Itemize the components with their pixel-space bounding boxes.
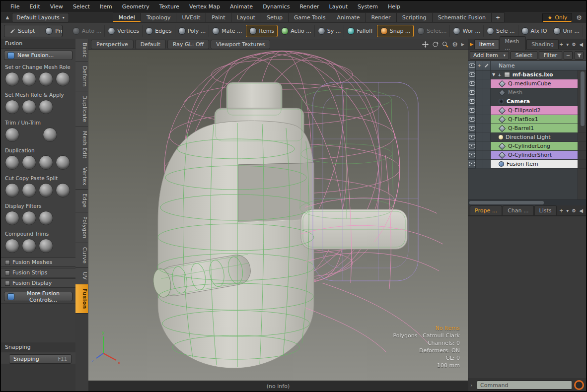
menu-item[interactable]: Item [95, 2, 117, 11]
orbit-icon[interactable] [432, 41, 439, 48]
menu-file[interactable]: File [6, 2, 24, 11]
layout-tab-schematic-fusion[interactable]: Schematic Fusion [432, 12, 491, 22]
display-filter-icon-1[interactable] [5, 211, 19, 225]
visibility-cell[interactable] [468, 142, 476, 151]
menu-geometry[interactable]: Geometry [118, 2, 154, 11]
toolbar-button-auto[interactable]: Auto ... [70, 25, 105, 37]
visibility-cell[interactable] [468, 160, 476, 169]
layout-tab-setup[interactable]: Setup [261, 12, 288, 22]
display-filter-icon-3[interactable] [39, 211, 53, 225]
toolbar-button-unreal[interactable]: Unr ... [550, 25, 583, 37]
toolbar-button-afx-io[interactable]: Afx IO [518, 25, 551, 37]
layout-tab-scripting[interactable]: Scripting [396, 12, 432, 22]
tab-polygon[interactable]: Polygon [75, 212, 88, 243]
tree-row-directional-light[interactable]: Directional Light [468, 133, 586, 142]
tab-uv[interactable]: UV [75, 268, 88, 284]
tab-lists[interactable]: Lists [534, 205, 557, 215]
visibility-cell[interactable] [468, 79, 476, 88]
tree-row-camera[interactable]: Camera [468, 97, 586, 106]
toolbar-button-materials[interactable]: Mate ... [209, 25, 245, 37]
fusion-meshes-section[interactable]: Fusion Meshes [1, 258, 75, 267]
toolbar-button-falloff[interactable]: Falloff [344, 25, 376, 37]
tab-curve[interactable]: Curve [75, 243, 88, 268]
snapping-panel-header[interactable]: Snapping [1, 342, 75, 352]
compound-trim-icon-2[interactable] [22, 239, 36, 253]
tree-item-name-cell[interactable]: Q-Ellipsoid2 [491, 106, 578, 115]
duplication-icon-2[interactable] [22, 155, 36, 170]
lock-column-header[interactable]: + [476, 61, 483, 70]
fusion-panel-header[interactable]: Fusion [1, 39, 75, 49]
split-icon[interactable] [56, 183, 70, 197]
macro-record-button[interactable] [574, 380, 584, 390]
add-tab-icon[interactable]: + [559, 42, 563, 47]
layout-tab-render[interactable]: Render [365, 12, 396, 22]
viewport-projection-button[interactable]: Perspective [91, 40, 134, 49]
add-tab-icon[interactable]: + [559, 208, 563, 213]
trim-icon-1[interactable] [5, 128, 19, 142]
menu-render[interactable]: Render [295, 2, 323, 11]
snapping-button[interactable]: Snapping F11 [9, 354, 72, 364]
viewport-textures-button[interactable]: Viewport Textures [211, 40, 270, 49]
compound-trim-icon-1[interactable] [5, 239, 19, 253]
menu-view[interactable]: View [46, 2, 68, 11]
mesh-role-icon-3[interactable] [39, 72, 53, 86]
toolbar-button-vertices[interactable]: Vertices [105, 25, 143, 37]
caret-down-icon[interactable]: ▾ [566, 42, 569, 47]
add-item-dropdown[interactable]: Add Item ▾ [470, 51, 509, 60]
toolbar-button-items[interactable]: Items [246, 25, 278, 37]
layout-tab-layout[interactable]: Layout [231, 12, 261, 22]
layouts-popup-icon[interactable]: ▲ [3, 15, 12, 20]
tree-item-name-cell[interactable]: Mesh [491, 88, 578, 97]
name-column-header[interactable]: Name [491, 61, 586, 70]
mesh-role-icon-4[interactable] [56, 72, 70, 86]
vertical-scrollbar-thumb[interactable] [581, 71, 585, 126]
menu-animate[interactable]: Animate [225, 2, 257, 11]
layouts-dropdown[interactable]: Default Layouts ▾ [12, 13, 69, 22]
compound-trim-icon-3[interactable] [39, 239, 53, 253]
untrim-icon[interactable] [43, 128, 57, 142]
more-fusion-controls-button[interactable]: More Fusion Controls... [4, 292, 73, 301]
select-button[interactable]: Select [511, 51, 537, 60]
visibility-cell[interactable] [468, 106, 476, 115]
panel-arrow-icon[interactable]: ▶ [470, 42, 474, 47]
toolbar-button-workplane[interactable]: Wor ... [450, 25, 483, 37]
zoom-icon[interactable] [442, 41, 448, 48]
menu-layout[interactable]: Layout [325, 2, 352, 11]
viewport-shading-button[interactable]: Default [135, 40, 166, 49]
viewport-raygl-button[interactable]: Ray GL: Off [167, 40, 209, 49]
duplication-icon-1[interactable] [5, 155, 19, 170]
fusion-display-section[interactable]: Fusion Display [1, 278, 75, 288]
paste-icon[interactable] [39, 183, 53, 197]
toolbar-button-polygons[interactable]: Poly ... [175, 25, 210, 37]
tab-edge[interactable]: Edge [75, 190, 88, 212]
viewport-gear-icon[interactable]: ⚙ [452, 41, 458, 48]
display-filter-icon-2[interactable] [22, 211, 36, 225]
tree-row-mesh[interactable]: Mesh [468, 88, 586, 97]
menu-system[interactable]: System [353, 2, 382, 11]
tree-row-q-cylinderlong[interactable]: Q-CylinderLong [468, 142, 586, 151]
mesh-role-icon-2[interactable] [22, 72, 36, 86]
visibility-cell[interactable] [468, 151, 476, 160]
tree-row-fusion-item[interactable]: Fusion Item [468, 160, 586, 169]
tree-item-name-cell[interactable]: Q-CylinderLong [491, 142, 578, 151]
edit-column-header[interactable] [483, 61, 491, 70]
menu-edit[interactable]: Edit [25, 2, 44, 11]
tree-row-q-ellipsoid2[interactable]: Q-Ellipsoid2 [468, 106, 586, 115]
viewport-expand-icon[interactable]: ▶ [461, 42, 464, 47]
layout-tab-topology[interactable]: Topology [141, 12, 176, 22]
toolbar-button-select[interactable]: Sele ... [484, 25, 518, 37]
role-apply-icon-1[interactable] [5, 100, 19, 114]
tab-fusion[interactable]: Fusion [75, 284, 88, 314]
tree-item-name-cell[interactable]: Q-CylinderShort [491, 151, 578, 160]
filter-button[interactable]: Filter [539, 51, 562, 60]
horizontal-scrollbar[interactable] [468, 199, 586, 205]
menu-select[interactable]: Select [69, 2, 94, 11]
duplication-icon-3[interactable] [39, 155, 53, 170]
collapse-panel-icon[interactable]: ◀ [579, 42, 583, 47]
layout-tab-add[interactable]: + [491, 12, 505, 22]
tab-items[interactable]: Items [474, 39, 500, 49]
tree-item-name-cell[interactable]: Q-FlatBox1 [491, 115, 578, 124]
layout-tab-animate[interactable]: Animate [331, 12, 365, 22]
role-apply-icon-2[interactable] [22, 100, 36, 114]
gear-icon[interactable]: ⚙ [576, 14, 582, 21]
